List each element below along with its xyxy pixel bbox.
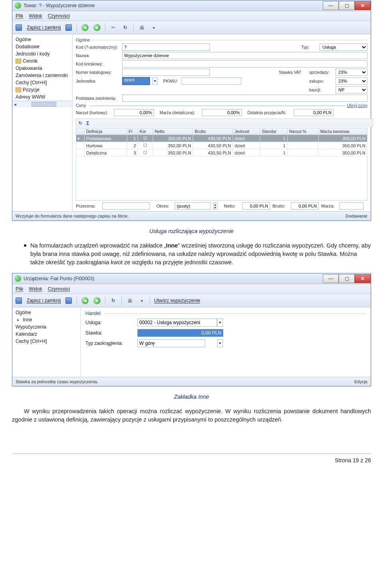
label-pkwiu: PKWiU: bbox=[163, 79, 179, 83]
label-typ: Typ: bbox=[301, 45, 317, 49]
label-jed: Jednostka: bbox=[76, 79, 120, 83]
select-kauc[interactable]: NP bbox=[336, 86, 367, 93]
titlebar[interactable]: Urządzenia: Fiat Punto (Ft00003) — ▢ ✕ bbox=[12, 273, 371, 284]
sidebar-item-pozycje[interactable]: Pozycje bbox=[12, 86, 72, 93]
close-button[interactable]: ✕ bbox=[355, 274, 371, 283]
input-stawka[interactable] bbox=[137, 329, 223, 337]
select-zak[interactable]: 23% bbox=[336, 77, 367, 85]
save-icon[interactable] bbox=[15, 24, 23, 32]
save-icon[interactable] bbox=[15, 297, 23, 305]
price-table[interactable]: Definicja F/ Kor Netto Brutto Jednost St… bbox=[76, 128, 367, 156]
minimize-button[interactable]: — bbox=[323, 274, 339, 283]
print-icon[interactable] bbox=[126, 297, 134, 305]
sidebar-scrollbar[interactable]: ◄ bbox=[12, 101, 72, 107]
cut-icon[interactable] bbox=[109, 24, 117, 32]
refresh-icon[interactable] bbox=[121, 24, 129, 32]
menu-czynnosci[interactable]: Czynności bbox=[48, 286, 70, 292]
sidebar-item-adresy[interactable]: Adresy WWW bbox=[12, 93, 72, 101]
select-typ[interactable]: Usługa bbox=[320, 44, 367, 51]
sidebar-item-cennik[interactable]: Cennik bbox=[12, 57, 72, 65]
sidebar-item-ogolne[interactable]: Ogólne bbox=[12, 309, 80, 316]
table-row[interactable]: ▸Podstawowa1 ☑ 350,00 PLN430,50 PLN dzie… bbox=[76, 135, 367, 142]
th-jed[interactable]: Jednost bbox=[233, 128, 260, 135]
dropdown-icon[interactable] bbox=[150, 24, 158, 32]
input-ost[interactable] bbox=[294, 109, 334, 116]
input-narzut[interactable] bbox=[114, 109, 154, 116]
back-button[interactable]: ◄ bbox=[81, 24, 89, 32]
input-usluga[interactable] bbox=[137, 319, 217, 327]
sidebar-item-inne[interactable]: ▸Inne bbox=[12, 316, 80, 323]
th-mk[interactable]: Marża kwotowa bbox=[318, 128, 367, 135]
spinner-icon[interactable]: ▴▾ bbox=[213, 202, 217, 210]
dropdown-icon[interactable] bbox=[138, 297, 146, 305]
sidebar-item-cechy[interactable]: Cechy [Ctrl+H] bbox=[12, 79, 72, 86]
input-przecena[interactable] bbox=[102, 202, 150, 210]
input-kod[interactable] bbox=[122, 44, 210, 51]
select-sprz[interactable]: 23% bbox=[336, 69, 367, 76]
maximize-button[interactable]: ▢ bbox=[339, 1, 355, 10]
dropdown-icon[interactable]: ▾ bbox=[217, 339, 223, 347]
label-przecena: Przecena: bbox=[76, 204, 100, 208]
th-kor[interactable]: Kor bbox=[138, 128, 153, 135]
input-brutto[interactable] bbox=[291, 202, 319, 210]
sidebar-item-cechy[interactable]: Cechy [Ctrl+H] bbox=[12, 338, 80, 345]
select-jed[interactable]: dzień bbox=[122, 77, 150, 85]
save-icon-2[interactable] bbox=[65, 297, 73, 305]
label-usluga: Usługa: bbox=[85, 320, 137, 325]
th-std[interactable]: Standar bbox=[260, 128, 287, 135]
sidebar-item-ogolne[interactable]: Ogólne bbox=[12, 36, 72, 43]
sidebar-item-opakowania[interactable]: Opakowania bbox=[12, 65, 72, 72]
maximize-button[interactable]: ▢ bbox=[339, 274, 355, 283]
dropdown-icon[interactable]: ▾ bbox=[152, 77, 158, 85]
sidebar-item-kalendarz[interactable]: Kalendarz bbox=[12, 331, 80, 338]
input-numkat[interactable] bbox=[122, 69, 210, 76]
th-f[interactable]: F/ bbox=[127, 128, 138, 135]
label-brutto: Brutto: bbox=[272, 204, 288, 208]
save-button[interactable]: Zapisz i zamknij bbox=[27, 298, 61, 303]
back-button[interactable]: ◄ bbox=[81, 297, 89, 305]
th-netto[interactable]: Netto bbox=[153, 128, 193, 135]
print-icon[interactable] bbox=[138, 24, 146, 32]
input-podst[interactable] bbox=[122, 95, 367, 102]
th-def[interactable]: Definicja bbox=[85, 128, 127, 135]
input-typ-zaokr[interactable] bbox=[137, 339, 205, 347]
sidebar-item-jednostki[interactable]: Jednostki i kody bbox=[12, 50, 72, 57]
dropdown-icon[interactable]: ▾ bbox=[217, 319, 223, 327]
separator bbox=[77, 23, 77, 32]
input-netto[interactable] bbox=[242, 202, 270, 210]
input-okres[interactable] bbox=[175, 202, 211, 210]
table-row[interactable]: Hurtowa2 ☐ 350,00 PLN430,50 PLN dzień1 3… bbox=[76, 142, 367, 149]
menu-plik[interactable]: Plik bbox=[16, 13, 23, 19]
th-brutto[interactable]: Brutto bbox=[193, 128, 233, 135]
titlebar[interactable]: Towar: ? - Wypożyczenie dzienne — ▢ ✕ bbox=[12, 0, 371, 11]
label-typ-zaokr: Typ zaokrąglenia: bbox=[85, 341, 137, 346]
menu-plik[interactable]: Plik bbox=[16, 286, 23, 292]
refresh-icon[interactable] bbox=[79, 121, 82, 126]
menu-czynnosci[interactable]: Czynności bbox=[48, 13, 70, 19]
menu-widok[interactable]: Widok bbox=[29, 286, 42, 292]
sidebar-item-wypozyczenia[interactable]: Wypożyczenia bbox=[12, 323, 80, 331]
input-nazwa[interactable] bbox=[122, 52, 367, 59]
forward-button[interactable]: ► bbox=[93, 24, 101, 32]
sidebar-item-dodatkowe[interactable]: Dodatkowe bbox=[12, 43, 72, 50]
input-marza[interactable] bbox=[202, 109, 242, 116]
close-button[interactable]: ✕ bbox=[355, 1, 371, 10]
input-marza2[interactable] bbox=[340, 202, 363, 210]
minimize-button[interactable]: — bbox=[323, 1, 339, 10]
th-narz[interactable]: Narzut % bbox=[287, 128, 318, 135]
save-button[interactable]: Zapisz i zamknij bbox=[27, 25, 61, 30]
table-row[interactable]: Detaliczna3 ☐ 350,00 PLN430,50 PLN dzień… bbox=[76, 149, 367, 156]
sidebar-item-zamowienia[interactable]: Zamówienia i zamienniki bbox=[12, 72, 72, 79]
group-ogolne: Ogólne bbox=[76, 38, 367, 42]
input-kodkr[interactable] bbox=[122, 60, 367, 67]
refresh-icon[interactable] bbox=[109, 297, 117, 305]
link-ukryj-ceny[interactable]: Ukryj ceny bbox=[347, 103, 367, 108]
forward-button[interactable]: ► bbox=[93, 297, 101, 305]
page-footer: Strona 19 z 26 bbox=[12, 453, 371, 471]
label-kodkr: Kod kreskowy: bbox=[76, 61, 120, 66]
save-icon-2[interactable] bbox=[65, 24, 73, 32]
sum-icon[interactable]: Σ bbox=[86, 120, 89, 126]
input-pkwiu[interactable] bbox=[182, 77, 241, 85]
tool-utworz[interactable]: Utwórz wypożyczenie bbox=[154, 298, 200, 303]
menu-widok[interactable]: Widok bbox=[29, 13, 42, 19]
